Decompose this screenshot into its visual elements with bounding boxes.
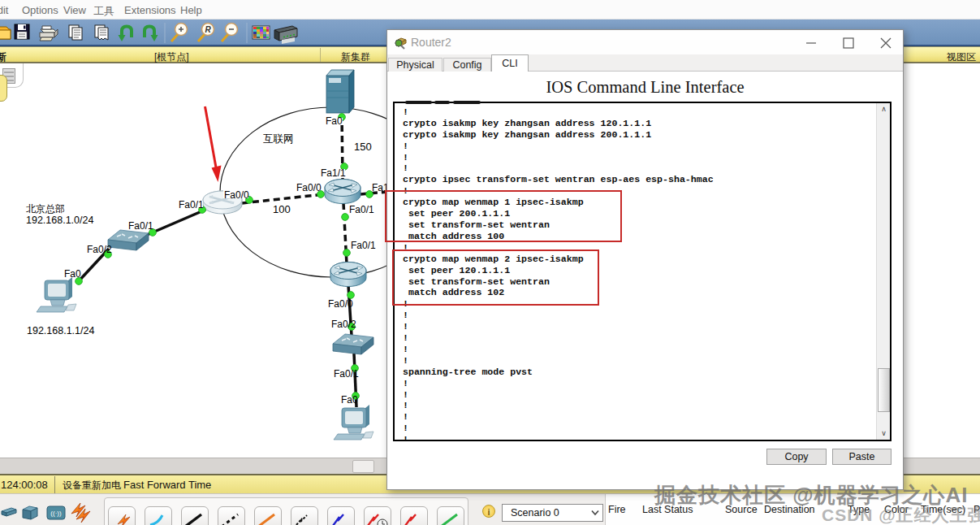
svg-text:Fa0/1: Fa0/1 xyxy=(179,199,204,210)
svg-text:Fa0: Fa0 xyxy=(341,394,358,406)
svg-text:Fa0/1: Fa0/1 xyxy=(351,240,376,251)
svg-text:Fa1/1: Fa1/1 xyxy=(321,167,346,179)
svg-text:互联网: 互联网 xyxy=(263,133,294,145)
svg-text:Fa0/1: Fa0/1 xyxy=(128,220,153,232)
svg-text:Fa0/0: Fa0/0 xyxy=(224,189,249,201)
svg-text:Fa0/1: Fa0/1 xyxy=(334,368,359,380)
svg-text:192.168.1.1/24: 192.168.1.1/24 xyxy=(27,325,94,336)
svg-text:Fa0/2: Fa0/2 xyxy=(87,244,112,255)
svg-text:Fa0/0: Fa0/0 xyxy=(296,182,322,193)
svg-text:((·)): ((·)) xyxy=(50,510,62,517)
svg-text:北京总部: 北京总部 xyxy=(26,203,65,215)
svg-text:R: R xyxy=(205,25,211,34)
svg-text:Fa0: Fa0 xyxy=(326,115,343,127)
svg-text:Fa0/1: Fa0/1 xyxy=(349,204,374,215)
svg-text:192.168.1.0/24: 192.168.1.0/24 xyxy=(26,215,93,226)
svg-text:Fa0/2: Fa0/2 xyxy=(331,319,356,330)
svg-text:Fa0/0: Fa0/0 xyxy=(328,298,353,310)
svg-text:100: 100 xyxy=(273,203,291,215)
svg-text:150: 150 xyxy=(354,141,372,153)
svg-text:Fa0: Fa0 xyxy=(64,268,81,280)
